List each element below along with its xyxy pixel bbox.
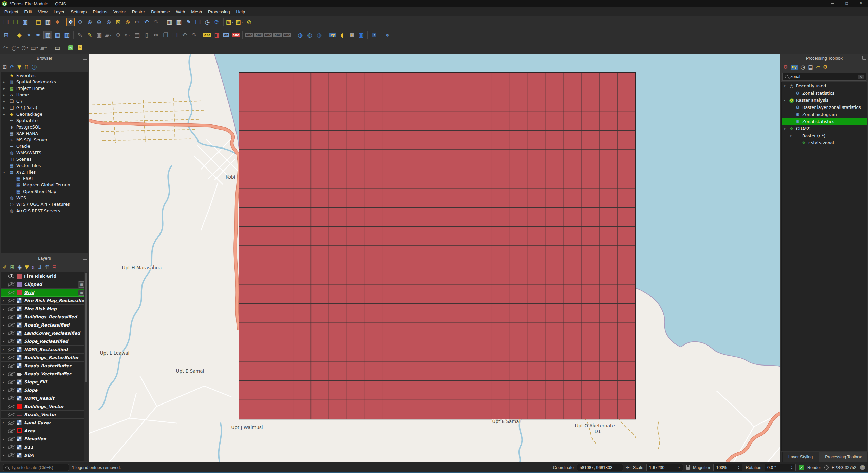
new-map-view-icon[interactable]: ▥	[165, 18, 174, 26]
dropdown-arrow-icon[interactable]: ▾	[242, 21, 244, 24]
menu-help[interactable]: Help	[233, 8, 248, 15]
layer-labeling-icon[interactable]: abc	[203, 31, 212, 39]
menu-mesh[interactable]: Mesh	[188, 8, 205, 15]
visibility-toggle[interactable]	[7, 323, 15, 327]
expander-icon[interactable]: ▸	[3, 364, 7, 368]
visibility-toggle[interactable]	[7, 356, 15, 359]
expander-icon[interactable]: ▾	[790, 134, 794, 138]
eye-hidden-icon[interactable]	[8, 413, 14, 416]
eye-hidden-icon[interactable]	[8, 348, 14, 351]
layer-row-b11[interactable]: ▸B11	[1, 443, 88, 451]
add-rectangle-icon[interactable]: ▭▾	[30, 43, 39, 52]
layer-row-b8a[interactable]: ▸B8A	[1, 451, 88, 459]
magnifier-spinbox[interactable]: 100% ▲▼	[713, 464, 742, 471]
browser-item-mapzen-global-terrain[interactable]: ▦Mapzen Global Terrain	[1, 182, 88, 188]
visibility-toggle[interactable]	[7, 388, 15, 392]
processing-item-r-stats-zonal[interactable]: ❖r.stats.zonal	[782, 139, 867, 146]
menu-plugins[interactable]: Plugins	[90, 8, 110, 15]
properties-widget-icon[interactable]: ⓘ	[32, 64, 37, 71]
processing-item-grass[interactable]: ▾❖GRASS	[782, 125, 867, 132]
eye-hidden-icon[interactable]	[8, 380, 14, 384]
processing-search-box[interactable]: zonal ✕	[782, 73, 866, 81]
map-canvas[interactable]: KobiUpt H MarasahuaUpt L LeawaiUpt E Sam…	[89, 54, 780, 462]
new-project-icon[interactable]: ❏	[2, 18, 11, 26]
menu-edit[interactable]: Edit	[21, 8, 35, 15]
visibility-toggle[interactable]	[7, 421, 15, 425]
eye-hidden-icon[interactable]	[8, 396, 14, 400]
python-console-icon[interactable]: Py	[328, 31, 337, 39]
layer-row-slope-reclassified[interactable]: ▸Slope_Reclassified	[1, 337, 88, 346]
minimize-button[interactable]: ─	[825, 0, 839, 7]
expander-icon[interactable]: ▸	[3, 80, 8, 84]
expander-icon[interactable]: ▸	[3, 437, 7, 441]
visibility-toggle[interactable]	[7, 331, 15, 335]
edit-features-in-place-icon[interactable]: ▱	[816, 64, 820, 70]
expander-icon[interactable]: ▸	[3, 372, 7, 376]
visibility-toggle[interactable]	[7, 453, 15, 457]
browser-item-esri[interactable]: ▦ESRI	[1, 175, 88, 182]
locate-search-input[interactable]: Type to locate (Ctrl+K)	[3, 464, 69, 471]
coordinate-input[interactable]: 581087, 9681803	[577, 464, 623, 471]
layer-row-roads-vectorbuffer[interactable]: ▸Roads_VectorBuffer	[1, 370, 88, 378]
dropdown-arrow-icon[interactable]: ▾	[110, 34, 112, 37]
visibility-toggle[interactable]	[7, 348, 15, 351]
collapse-all-browser-icon[interactable]: ⇈	[24, 64, 29, 70]
collapse-all-icon[interactable]: ⇈	[45, 264, 49, 270]
expander-icon[interactable]: ▸	[3, 389, 7, 392]
zoom-plugin-icon[interactable]: ◎	[66, 43, 75, 52]
georeferencer-icon[interactable]: ⌖	[383, 31, 392, 39]
filter-legend-icon[interactable]: ▼	[25, 264, 29, 270]
new-3d-map-icon[interactable]: ▦	[174, 18, 183, 26]
label-tool-2-icon[interactable]: abc	[254, 31, 263, 39]
current-edits-icon[interactable]: ✎	[76, 31, 84, 39]
eye-hidden-icon[interactable]	[8, 421, 14, 425]
expander-icon[interactable]: ▸	[3, 93, 8, 97]
tab-processing-toolbox[interactable]: Processing Toolbox	[819, 452, 867, 462]
processing-item-raster-analysis[interactable]: ▾QRaster analysis	[782, 97, 867, 104]
layer-row-fire-risk-map-reclassified[interactable]: ▸Fire Risk Map_Reclassified	[1, 297, 88, 305]
crs-globe-icon[interactable]	[824, 465, 829, 470]
visibility-toggle[interactable]	[7, 339, 15, 343]
expander-icon[interactable]: ▸	[3, 348, 7, 351]
pin-labels-icon[interactable]: ab	[222, 31, 231, 39]
browser-item-project-home[interactable]: ▸▩Project Home	[1, 85, 88, 92]
clear-search-icon[interactable]: ✕	[858, 75, 864, 79]
add-group-icon[interactable]: ⊞	[10, 264, 15, 270]
rotation-spin-arrows[interactable]: ▲▼	[791, 466, 793, 470]
browser-item-c-[interactable]: ▸❏C:\	[1, 98, 88, 104]
dropdown-arrow-icon[interactable]: ▾	[45, 46, 48, 50]
show-bookmarks-icon[interactable]: ❏	[193, 18, 202, 26]
browser-item-home[interactable]: ▸⌂Home	[1, 92, 88, 98]
expander-icon[interactable]: ▸	[3, 397, 7, 400]
eye-hidden-icon[interactable]	[8, 429, 14, 433]
new-bookmark-icon[interactable]: ⚑	[184, 18, 193, 26]
layer-row-fire-risk-grid[interactable]: Fire Risk Grid	[1, 272, 88, 280]
eye-hidden-icon[interactable]	[8, 315, 14, 319]
browser-float-icon[interactable]	[83, 56, 87, 60]
layers-scrollbar[interactable]	[84, 272, 88, 461]
visibility-toggle[interactable]	[7, 405, 15, 408]
remove-layer-icon[interactable]: ⊟	[52, 264, 57, 270]
select-features-icon[interactable]: ▧▾	[226, 18, 234, 26]
new-shapefile-icon[interactable]: V	[24, 31, 33, 39]
refresh-map-icon[interactable]: ⟳	[212, 18, 221, 26]
layer-row-roads-vector[interactable]: Roads_Vector	[1, 411, 88, 419]
browser-item-oracle[interactable]: ▬Oracle	[1, 143, 88, 150]
eye-hidden-icon[interactable]	[8, 282, 14, 286]
new-geopackage-icon[interactable]: ◆	[15, 31, 24, 39]
dropdown-arrow-icon[interactable]: ▾	[37, 46, 39, 50]
results-viewer-icon[interactable]: ▤	[808, 64, 813, 70]
layout-manager-icon[interactable]: ▦	[43, 18, 52, 26]
menu-database[interactable]: Database	[148, 8, 173, 15]
eye-hidden-icon[interactable]	[8, 372, 14, 376]
scrollbar-thumb[interactable]	[85, 273, 87, 382]
new-spatialite-icon[interactable]: ✒	[34, 31, 43, 39]
layer-row-buildings-vector[interactable]: Buildings_Vector	[1, 402, 88, 411]
browser-item-g-data-[interactable]: ▸❏G:\ (Data)	[1, 104, 88, 111]
eye-hidden-icon[interactable]	[8, 388, 14, 392]
new-virtual-layer-icon[interactable]: ▩	[53, 31, 62, 39]
menu-processing[interactable]: Processing	[205, 8, 233, 15]
manage-map-themes-icon[interactable]: ◉	[17, 264, 22, 270]
eye-hidden-icon[interactable]	[8, 291, 14, 294]
dropdown-arrow-icon[interactable]: ▾	[17, 46, 20, 50]
